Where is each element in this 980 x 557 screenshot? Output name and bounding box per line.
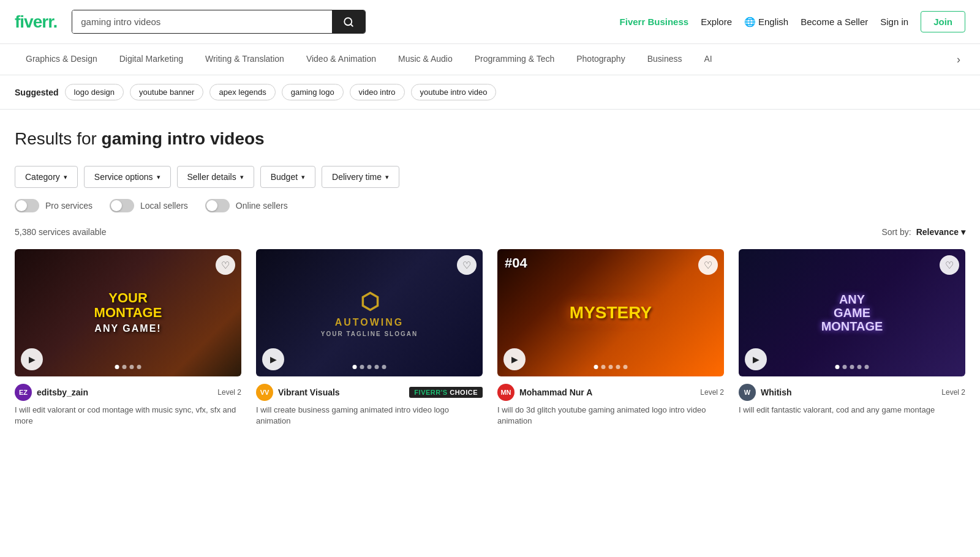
pro-services-label: Pro services (45, 201, 92, 211)
main-content: Results for gaming intro videos Category… (0, 110, 980, 447)
card-1-level: Level 2 (217, 388, 241, 397)
cat-nav-programming[interactable]: Programming & Tech (464, 44, 565, 75)
card-3-seller-name: Mohammad Nur A (519, 387, 592, 397)
card-2-description: I will create business gaming animated i… (256, 405, 483, 427)
local-sellers-label: Local sellers (140, 201, 188, 211)
card-4-level: Level 2 (941, 388, 965, 397)
card-2-seller: VV Vibrant Visuals (256, 384, 340, 401)
card-3-description: I will do 3d glitch youtube gaming anima… (497, 405, 724, 427)
search-bar (72, 10, 366, 34)
cards-grid: YOURMONTAGEANY GAME! ♡ ▶ EZ editsby (15, 249, 965, 447)
card-4-seller-name: Whitish (761, 387, 792, 397)
results-meta: 5,380 services available Sort by: Releva… (15, 227, 965, 237)
local-sellers-switch[interactable] (110, 199, 134, 212)
card-4-favorite[interactable]: ♡ (940, 255, 959, 275)
suggested-tag-video-intro[interactable]: video intro (350, 84, 405, 100)
card-3-meta: MN Mohammad Nur A Level 2 (497, 384, 724, 401)
card-2-seller-name: Vibrant Visuals (278, 387, 340, 397)
cat-nav-digital-marketing[interactable]: Digital Marketing (108, 44, 194, 75)
card-4-seller: W Whitish (739, 384, 792, 401)
nav-links: Fiverr Business Explore 🌐 English Become… (620, 11, 965, 32)
cat-nav-music[interactable]: Music & Audio (387, 44, 464, 75)
logo-dot: . (53, 12, 58, 31)
nav-become-seller[interactable]: Become a Seller (801, 17, 868, 27)
card-4-play[interactable]: ▶ (745, 348, 767, 370)
pro-services-switch[interactable] (15, 199, 39, 212)
nav-explore[interactable]: Explore (701, 17, 732, 27)
card-1-favorite[interactable]: ♡ (216, 255, 235, 275)
card-4-image: ANYGAMEMONTAGE ♡ ▶ (739, 249, 965, 376)
filters-row: Category ▾ Service options ▾ Seller deta… (15, 166, 965, 188)
gig-card-3[interactable]: MYSTERY #04 ♡ ▶ MN (497, 249, 724, 427)
nav-language[interactable]: 🌐 English (744, 17, 788, 28)
card-3-play[interactable]: ▶ (503, 348, 526, 370)
local-sellers-toggle[interactable]: Local sellers (110, 199, 188, 212)
card-1-avatar: EZ (15, 384, 32, 401)
chevron-down-icon: ▾ (240, 173, 244, 181)
gig-card-4[interactable]: ANYGAMEMONTAGE ♡ ▶ W Whi (739, 249, 965, 427)
cat-nav-ai[interactable]: AI (693, 44, 723, 75)
logo-text: fiverr (15, 12, 53, 31)
chevron-down-icon: ▾ (961, 227, 965, 237)
suggested-tag-youtube-banner[interactable]: youtube banner (130, 84, 203, 100)
search-input[interactable] (72, 10, 332, 33)
card-1-seller: EZ editsby_zain (15, 384, 88, 401)
sort-value[interactable]: Relevance ▾ (916, 227, 965, 237)
nav-sign-in[interactable]: Sign in (880, 17, 908, 27)
suggested-tag-apex-legends[interactable]: apex legends (209, 84, 275, 100)
results-count: 5,380 services available (15, 227, 106, 237)
card-2-play[interactable]: ▶ (262, 348, 284, 370)
cat-nav-video[interactable]: Video & Animation (295, 44, 387, 75)
seller-details-filter[interactable]: Seller details ▾ (177, 166, 254, 188)
suggested-bar: Suggested logo design youtube banner ape… (0, 75, 980, 110)
logo[interactable]: fiverr. (15, 12, 57, 32)
online-sellers-toggle[interactable]: Online sellers (205, 199, 288, 212)
suggested-label: Suggested (15, 88, 59, 97)
chevron-down-icon: ▾ (301, 173, 305, 181)
search-button[interactable] (332, 10, 365, 33)
cat-nav-business[interactable]: Business (636, 44, 693, 75)
suggested-tag-gaming-logo[interactable]: gaming logo (282, 84, 344, 100)
card-3-dots (594, 365, 628, 369)
cat-nav-writing[interactable]: Writing & Translation (194, 44, 295, 75)
card-4-dots (835, 365, 869, 369)
card-1-meta: EZ editsby_zain Level 2 (15, 384, 241, 401)
pro-services-toggle[interactable]: Pro services (15, 199, 92, 212)
cat-nav-photography[interactable]: Photography (565, 44, 636, 75)
chevron-down-icon: ▾ (385, 173, 389, 181)
globe-icon: 🌐 (744, 17, 756, 28)
gig-card-1[interactable]: YOURMONTAGEANY GAME! ♡ ▶ EZ editsby (15, 249, 241, 427)
service-options-filter[interactable]: Service options ▾ (84, 166, 171, 188)
card-4-description: I will edit fantastic valorant, cod and … (739, 405, 965, 416)
cat-nav-graphics[interactable]: Graphics & Design (15, 44, 108, 75)
header: fiverr. Fiverr Business Explore 🌐 Englis… (0, 0, 980, 44)
nav-fiverr-business[interactable]: Fiverr Business (620, 17, 689, 27)
card-1-dots (115, 365, 141, 369)
card-3-level: Level 2 (700, 388, 724, 397)
category-filter[interactable]: Category ▾ (15, 166, 78, 188)
join-button[interactable]: Join (921, 11, 965, 32)
card-4-avatar: W (739, 384, 756, 401)
card-3-avatar: MN (497, 384, 514, 401)
svg-line-1 (351, 24, 353, 26)
card-1-image: YOURMONTAGEANY GAME! ♡ ▶ (15, 249, 241, 376)
card-3-favorite[interactable]: ♡ (698, 255, 718, 275)
card-1-description: I will edit valorant or cod montage with… (15, 405, 241, 427)
card-2-dots (353, 365, 386, 369)
card-3-number: #04 (505, 255, 527, 271)
card-3-bg: MYSTERY (497, 249, 724, 376)
toggles-row: Pro services Local sellers Online seller… (15, 199, 965, 212)
card-1-play[interactable]: ▶ (21, 348, 43, 370)
card-2-bg: ⬡ AUTOWING your tagline slogan (256, 249, 483, 376)
budget-filter[interactable]: Budget ▾ (260, 166, 315, 188)
card-3-seller: MN Mohammad Nur A (497, 384, 592, 401)
card-2-image: ⬡ AUTOWING your tagline slogan ♡ ▶ (256, 249, 483, 376)
suggested-tag-youtube-intro-video[interactable]: youtube intro video (411, 84, 497, 100)
card-2-favorite[interactable]: ♡ (457, 255, 477, 275)
suggested-tag-logo-design[interactable]: logo design (65, 84, 124, 100)
gig-card-2[interactable]: ⬡ AUTOWING your tagline slogan ♡ ▶ (256, 249, 483, 427)
card-3-image: MYSTERY #04 ♡ ▶ (497, 249, 724, 376)
delivery-time-filter[interactable]: Delivery time ▾ (322, 166, 399, 188)
online-sellers-switch[interactable] (205, 199, 230, 212)
cat-nav-arrow-right[interactable]: › (952, 48, 965, 71)
